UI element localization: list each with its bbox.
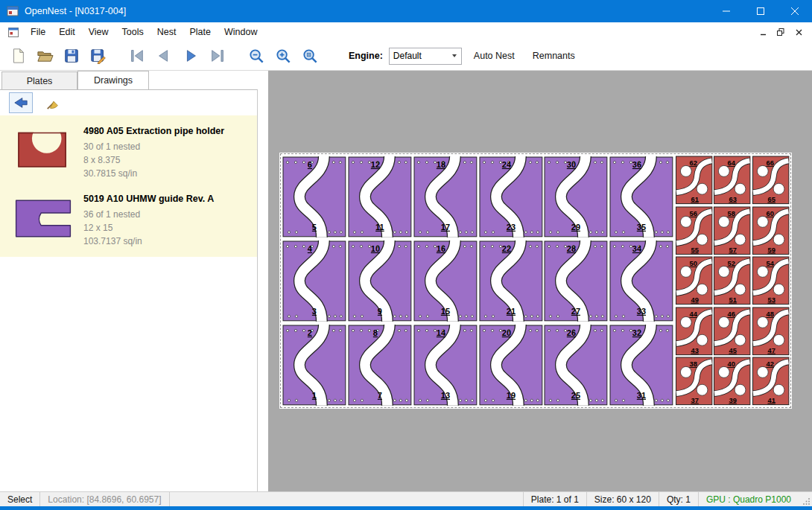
- nest-part-pair[interactable]: 50 49: [675, 255, 713, 306]
- zoom-fit-button[interactable]: [296, 44, 323, 68]
- nest-part-pair[interactable]: 62 61: [675, 155, 713, 205]
- purple-grid: 6 5 12 11 18 17 24 23 30 29: [282, 155, 674, 407]
- tab-plates[interactable]: Plates: [1, 71, 77, 89]
- svg-text:23: 23: [506, 223, 515, 232]
- previous-icon: [156, 48, 172, 64]
- svg-text:59: 59: [767, 245, 775, 253]
- nest-part-pair[interactable]: 48 47: [752, 306, 790, 357]
- nest-part-pair[interactable]: 28 27: [543, 239, 609, 323]
- svg-text:33: 33: [637, 307, 646, 316]
- zoom-out-button[interactable]: [243, 44, 270, 68]
- engine-label: Engine:: [349, 51, 383, 61]
- first-icon: [129, 48, 145, 64]
- nest-part-pair[interactable]: 30 29: [543, 155, 609, 239]
- nest-part-pair[interactable]: 58 57: [713, 205, 751, 256]
- menu-item-tools[interactable]: Tools: [115, 23, 150, 41]
- close-button[interactable]: [778, 0, 812, 22]
- nest-part-pair[interactable]: 66 65: [752, 155, 790, 205]
- nest-part-pair[interactable]: 64 63: [713, 155, 751, 205]
- move-back-button[interactable]: [9, 92, 33, 113]
- svg-text:14: 14: [436, 328, 445, 337]
- drawing-area: 30.7815 sq/in: [83, 167, 224, 180]
- first-plate-button[interactable]: [124, 44, 150, 68]
- svg-text:15: 15: [440, 307, 449, 316]
- nest-part-pair[interactable]: 60 59: [752, 205, 790, 256]
- resize-grip[interactable]: [799, 492, 812, 506]
- engine-value: Default: [390, 51, 448, 61]
- svg-text:46: 46: [728, 310, 735, 318]
- nest-part-pair[interactable]: 6 5: [282, 155, 347, 239]
- nest-part-pair[interactable]: 32 31: [609, 323, 674, 407]
- minimize-button[interactable]: [709, 0, 743, 22]
- maximize-button[interactable]: [743, 0, 778, 22]
- drawing-size: 8 x 8.375: [83, 153, 224, 167]
- nest-part-pair[interactable]: 26 25: [543, 323, 609, 407]
- svg-text:25: 25: [571, 390, 580, 399]
- svg-text:8: 8: [373, 328, 378, 337]
- child-minimize-button[interactable]: [755, 25, 770, 39]
- nest-part-pair[interactable]: 34 33: [609, 239, 674, 323]
- nest-part-pair[interactable]: 16 15: [413, 239, 478, 323]
- clear-button[interactable]: [42, 93, 64, 112]
- combo-dropdown-button[interactable]: [448, 48, 461, 64]
- last-plate-button[interactable]: [204, 44, 231, 68]
- nest-part-pair[interactable]: 36 35: [609, 155, 674, 239]
- previous-plate-button[interactable]: [150, 44, 177, 68]
- tab-drawings[interactable]: Drawings: [77, 71, 149, 89]
- engine-combobox[interactable]: Default: [389, 48, 462, 65]
- nest-part-pair[interactable]: 40 39: [713, 356, 751, 407]
- broom-icon: [45, 95, 60, 110]
- nest-part-pair[interactable]: 42 41: [752, 356, 790, 407]
- nest-part-pair[interactable]: 20 19: [478, 323, 544, 407]
- child-restore-button[interactable]: [773, 25, 788, 39]
- drawing-item[interactable]: 5019 A10 UHMW guide Rev. A 36 of 1 neste…: [0, 185, 257, 252]
- nest-part-pair[interactable]: 38 37: [675, 356, 713, 407]
- svg-text:7: 7: [378, 390, 382, 399]
- nest-part-pair[interactable]: 54 53: [752, 255, 790, 306]
- remnants-button[interactable]: Remnants: [527, 46, 581, 66]
- nest-part-pair[interactable]: 22 21: [478, 239, 544, 323]
- menu-item-file[interactable]: File: [24, 23, 52, 41]
- new-file-icon: [10, 48, 26, 64]
- nest-part-pair[interactable]: 4 3: [282, 239, 347, 323]
- menu-item-nest[interactable]: Nest: [150, 23, 183, 41]
- nest-part-pair[interactable]: 18 17: [413, 155, 478, 239]
- zoom-in-button[interactable]: [270, 44, 296, 68]
- nest-part-pair[interactable]: 2 1: [282, 323, 347, 407]
- plate[interactable]: 6 5 12 11 18 17 24 23 30 29: [279, 153, 792, 409]
- back-arrow-icon: [13, 96, 28, 109]
- menu-item-window[interactable]: Window: [218, 23, 264, 41]
- nest-part-pair[interactable]: 24 23: [478, 155, 544, 239]
- auto-nest-button[interactable]: Auto Nest: [468, 46, 521, 66]
- save-button[interactable]: [58, 44, 85, 68]
- nest-part-pair[interactable]: 12 11: [347, 155, 413, 239]
- svg-text:2: 2: [308, 328, 312, 337]
- save-as-button[interactable]: [85, 44, 112, 68]
- window-controls: [709, 0, 812, 22]
- drawing-item[interactable]: 4980 A05 Extraction pipe holder 30 of 1 …: [0, 117, 257, 185]
- nest-canvas[interactable]: 6 5 12 11 18 17 24 23 30 29: [268, 71, 812, 491]
- nest-part-pair[interactable]: 44 43: [675, 306, 713, 357]
- minimize-icon: [723, 7, 730, 15]
- svg-text:31: 31: [637, 390, 646, 399]
- menu-item-view[interactable]: View: [82, 23, 115, 41]
- panel-splitter[interactable]: [258, 71, 268, 491]
- nest-part-pair[interactable]: 8 7: [347, 323, 413, 407]
- new-button[interactable]: [4, 44, 31, 68]
- nest-part-pair[interactable]: 46 45: [713, 306, 751, 357]
- titlebar: OpenNest - [N0317-004]: [0, 0, 812, 22]
- nest-part-pair[interactable]: 10 9: [347, 239, 413, 323]
- svg-text:60: 60: [766, 208, 773, 217]
- svg-text:56: 56: [689, 208, 697, 217]
- svg-text:10: 10: [371, 244, 380, 253]
- menu-item-plate[interactable]: Plate: [183, 23, 218, 41]
- nest-part-pair[interactable]: 52 51: [713, 255, 751, 306]
- nest-part-pair[interactable]: 14 13: [413, 323, 478, 407]
- next-plate-button[interactable]: [177, 44, 204, 68]
- svg-text:30: 30: [567, 160, 576, 169]
- open-button[interactable]: [31, 44, 58, 68]
- svg-text:58: 58: [728, 208, 735, 217]
- nest-part-pair[interactable]: 56 55: [675, 205, 713, 256]
- child-close-button[interactable]: [791, 25, 806, 39]
- menu-item-edit[interactable]: Edit: [52, 23, 82, 41]
